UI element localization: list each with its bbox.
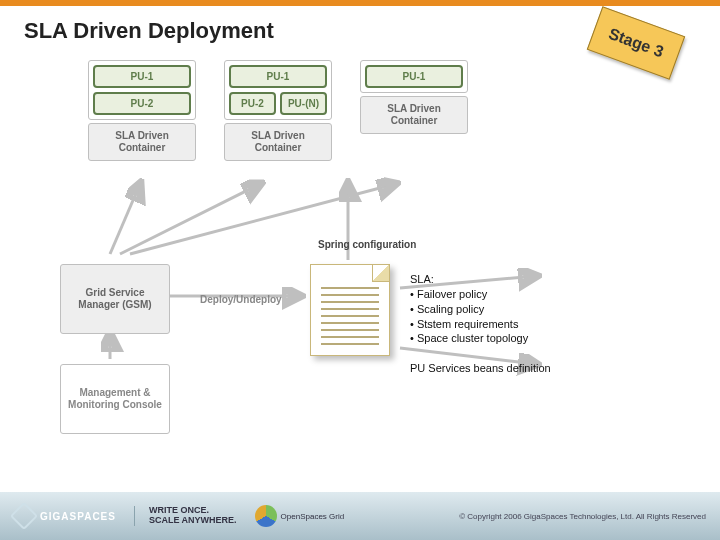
grid-service-manager: Grid Service Manager (GSM): [60, 264, 170, 334]
sla-item: • Scaling policy: [410, 302, 528, 317]
sla-driven-container: SLA Driven Container: [360, 96, 468, 134]
sla-heading: SLA:: [410, 272, 528, 287]
spring-config-text: Spring configuration: [318, 239, 416, 250]
container-2: PU-1 PU-2 PU-(N) SLA Driven Container: [224, 60, 332, 161]
deploy-undeploy-label: Deploy/Undeploy: [200, 294, 282, 305]
pu-stack: PU-1: [360, 60, 468, 93]
container-row: PU-1 PU-2 SLA Driven Container PU-1 PU-2…: [88, 60, 468, 161]
pu-stack: PU-1 PU-2: [88, 60, 196, 120]
sla-policy-text: SLA: • Failover policy • Scaling policy …: [410, 272, 528, 346]
tagline: WRITE ONCE. SCALE ANYWHERE.: [134, 506, 237, 526]
openspaces-text: OpenSpaces Grid: [281, 512, 345, 521]
spring-config-label: Spring configuration: [318, 239, 416, 251]
pu-box: PU-1: [365, 65, 463, 88]
management-console: Management & Monitoring Console: [60, 364, 170, 434]
brand-text: GIGASPACES: [40, 511, 116, 522]
sla-item: • Failover policy: [410, 287, 528, 302]
pu-box: PU-(N): [280, 92, 327, 115]
sla-item: • Space cluster topology: [410, 331, 528, 346]
footer-left: GIGASPACES WRITE ONCE. SCALE ANYWHERE. O…: [14, 505, 344, 527]
doc-lines: [321, 287, 379, 345]
beans-definition-text: PU Services beans definition: [410, 362, 551, 374]
diagram: PU-1 PU-2 SLA Driven Container PU-1 PU-2…: [0, 54, 720, 474]
gigaspaces-logo: GIGASPACES: [14, 506, 116, 526]
sla-driven-container: SLA Driven Container: [88, 123, 196, 161]
pu-box: PU-2: [93, 92, 191, 115]
page-title: SLA Driven Deployment: [24, 18, 274, 44]
pu-box: PU-1: [93, 65, 191, 88]
gigaspaces-mark-icon: [10, 502, 38, 530]
sla-driven-container: SLA Driven Container: [224, 123, 332, 161]
copyright: © Copyright 2006 GigaSpaces Technologies…: [459, 512, 706, 521]
pu-box: PU-1: [229, 65, 327, 88]
svg-line-0: [110, 184, 140, 254]
openspaces-mark-icon: [255, 505, 277, 527]
container-1: PU-1 PU-2 SLA Driven Container: [88, 60, 196, 161]
container-3: PU-1 SLA Driven Container: [360, 60, 468, 161]
svg-line-1: [120, 184, 260, 254]
sla-item: • Ststem requirements: [410, 317, 528, 332]
footer: GIGASPACES WRITE ONCE. SCALE ANYWHERE. O…: [0, 492, 720, 540]
pu-box: PU-2: [229, 92, 276, 115]
config-document-icon: [310, 264, 390, 356]
tagline-line2: SCALE ANYWHERE.: [149, 516, 237, 526]
openspaces-logo: OpenSpaces Grid: [255, 505, 345, 527]
pu-stack: PU-1 PU-2 PU-(N): [224, 60, 332, 120]
